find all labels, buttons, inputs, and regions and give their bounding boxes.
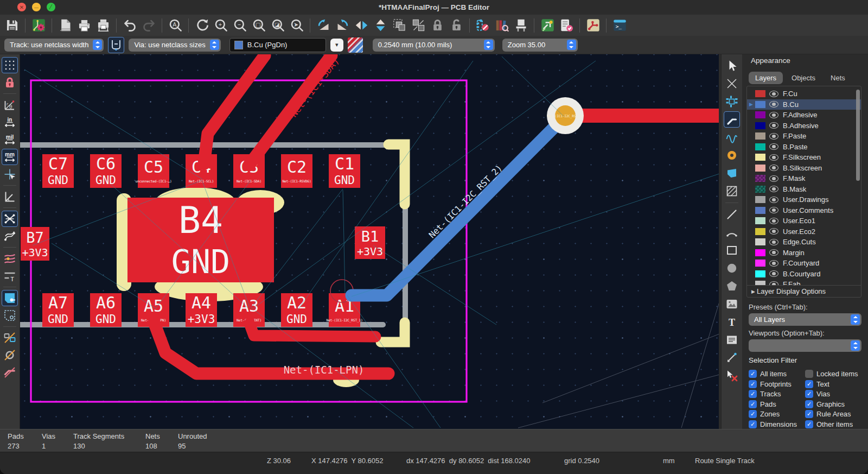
layer-color-swatch[interactable] [755,207,765,214]
checkbox-icon[interactable] [805,380,813,388]
filter-item-graphics[interactable]: Graphics [805,400,868,408]
tab-objects[interactable]: Objects [785,72,822,84]
checkbox-icon[interactable] [805,400,813,408]
layer-color-swatch[interactable] [755,111,765,118]
checkbox-icon[interactable] [749,410,757,418]
checkbox-icon[interactable] [749,370,757,378]
filter-item-pads[interactable]: Pads [749,400,805,408]
checkbox-icon[interactable] [805,410,813,418]
layer-visibility-eye-icon[interactable] [769,281,778,285]
cursor-shape-tool[interactable] [2,166,18,182]
layer-pair-toggle[interactable] [348,37,363,53]
select-tool[interactable] [724,58,740,74]
checkbox-icon[interactable] [749,400,757,408]
track-width-select[interactable]: Track: use netclass width [4,39,104,52]
lock-button[interactable] [429,17,446,34]
text-box-tool[interactable] [724,332,740,348]
filter-item-footprints[interactable]: Footprints [749,380,805,388]
layer-visibility-eye-icon[interactable] [769,239,778,245]
layer-row-User.Drawings[interactable]: User.Drawings [747,194,861,205]
layer-row-F.Silkscreen[interactable]: F.Silkscreen [747,152,861,163]
layer-row-User.Eco2[interactable]: User.Eco2 [747,226,861,237]
layer-visibility-eye-icon[interactable] [769,154,778,161]
layer-visibility-eye-icon[interactable] [769,165,778,171]
layer-visibility-eye-icon[interactable] [769,122,778,129]
grid-select[interactable]: 0.2540 mm (10.00 mils) [373,39,495,52]
layer-color-swatch[interactable] [755,260,765,267]
draw-circle-tool[interactable] [724,260,740,276]
filter-item-dimensions[interactable]: Dimensions [749,420,805,428]
place-footprint-tool[interactable] [724,93,740,110]
layer-display-options[interactable]: Layer Display Options [747,285,861,297]
filter-item-zones[interactable]: Zones [749,410,805,418]
print-button[interactable] [75,17,93,34]
layer-row-F.Fab[interactable]: F.Fab [747,279,861,285]
filter-item-all-items[interactable]: All items [749,370,805,378]
place-text-tool[interactable]: T [724,314,740,330]
layer-select[interactable]: B.Cu (PgDn) [229,38,326,52]
layer-color-swatch[interactable] [755,196,765,203]
filter-item-locked-items[interactable]: Locked items [805,370,868,378]
zoom-window-button[interactable] [47,3,55,11]
layer-row-Edge.Cuts[interactable]: Edge.Cuts [747,237,861,248]
layer-color-swatch[interactable] [755,101,765,108]
constrain-45-tool[interactable] [2,188,18,205]
mirror-vertical-button[interactable] [372,17,389,34]
dimension-tool[interactable] [724,350,740,366]
net-highlight-tool[interactable] [2,250,18,267]
sketch-vias-tool[interactable] [2,347,18,363]
page-settings-button[interactable] [56,17,74,34]
route-posture-button[interactable] [108,37,124,53]
layer-visibility-eye-icon[interactable] [769,260,778,267]
zoom-out-button[interactable]: − [231,17,248,34]
ungroup-button[interactable] [410,17,427,34]
layer-visibility-eye-icon[interactable] [769,249,778,256]
curved-ratsnest-tool[interactable] [2,228,18,244]
zoom-select[interactable]: Zoom 35.00 [502,39,578,52]
group-button[interactable] [391,17,408,34]
presets-select[interactable]: All Layers [749,313,861,326]
layer-color-swatch[interactable] [755,270,765,277]
layer-color-swatch[interactable] [755,90,765,97]
layer-color-swatch[interactable] [755,143,765,150]
minimize-window-button[interactable] [32,3,41,11]
rule-area-tool[interactable] [724,183,740,199]
layer-visibility-eye-icon[interactable] [769,143,778,150]
sketch-pads-tool[interactable] [2,330,18,346]
find-button[interactable]: A [167,17,184,34]
checkbox-icon[interactable] [749,380,757,388]
undo-button[interactable] [121,17,138,34]
filter-item-text[interactable]: Text [805,380,868,388]
layer-row-B.Mask[interactable]: B.Mask [747,184,861,195]
draw-line-tool[interactable] [724,206,740,223]
layer-visibility-eye-icon[interactable] [769,91,778,97]
layer-color-swatch[interactable] [755,154,765,161]
layer-row-B.Adhesive[interactable]: B.Adhesive [747,121,861,131]
draw-arc-tool[interactable] [724,224,740,241]
layer-row-B.Paste[interactable]: B.Paste [747,142,861,153]
zoom-objects-button[interactable]: ◪ [269,17,286,34]
tune-length-tool[interactable] [724,129,740,146]
zone-fill-mode-tool[interactable] [2,290,18,306]
zone-outline-mode-tool[interactable] [2,307,18,324]
library-browser-button[interactable] [493,17,510,34]
net-names-tool[interactable]: T [2,268,18,284]
delete-tool[interactable] [724,368,740,384]
sketch-tracks-tool[interactable] [2,364,18,381]
checkbox-icon[interactable] [749,420,757,428]
layer-row-User.Eco1[interactable]: User.Eco1 [747,216,861,226]
save-button[interactable] [3,17,21,34]
tab-layers[interactable]: Layers [749,72,783,84]
layer-color-swatch[interactable] [755,281,765,285]
open-footprint-editor-button[interactable] [584,17,602,34]
checkbox-icon[interactable] [805,390,813,398]
polar-coords-tool[interactable]: rθ [2,97,18,113]
layer-row-F.Courtyard[interactable]: F.Courtyard [747,258,861,269]
design-rules-check-button[interactable] [558,17,575,34]
scripting-console-button[interactable]: >_ [611,17,628,34]
layer-row-Margin[interactable]: Margin [747,248,861,258]
route-tracks-tool[interactable] [724,111,740,128]
layer-row-User.Comments[interactable]: User.Comments [747,205,861,216]
filter-item-tracks[interactable]: Tracks [749,390,805,398]
rotate-cw-button[interactable] [334,17,351,34]
